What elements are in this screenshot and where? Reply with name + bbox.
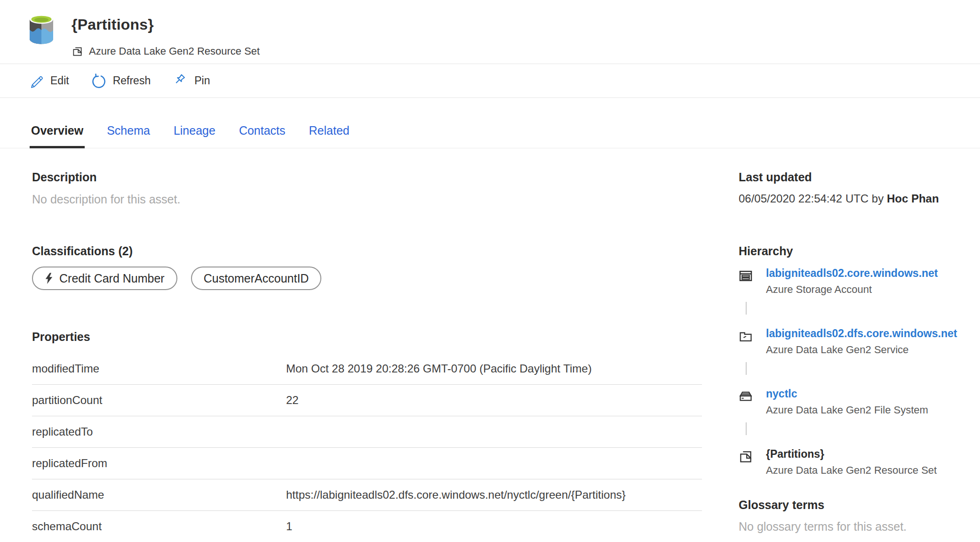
tab-overview[interactable]: Overview	[31, 124, 83, 148]
classification-list: Credit Card Number CustomerAccountID	[32, 267, 321, 290]
glossary-empty-text: No glossary terms for this asset.	[739, 520, 907, 534]
list-item: {Partitions} Azure Data Lake Gen2 Resour…	[739, 447, 969, 477]
property-value: 22	[286, 394, 702, 407]
table-row: qualifiedName https://labigniteadls02.df…	[32, 479, 702, 511]
table-row: replicatedFrom	[32, 448, 702, 479]
tab-related[interactable]: Related	[309, 124, 350, 148]
page-title: {Partitions}	[72, 16, 154, 33]
property-name: replicatedTo	[32, 425, 286, 438]
last-updated-value: 06/05/2020 22:54:42 UTC by Hoc Phan	[739, 192, 939, 205]
refresh-icon	[91, 73, 106, 89]
hierarchy-item-type: Azure Data Lake Gen2 Resource Set	[766, 464, 937, 477]
table-row: replicatedTo	[32, 416, 702, 448]
glossary-heading: Glossary terms	[739, 498, 824, 512]
property-name: schemaCount	[32, 520, 286, 533]
bolt-icon	[45, 273, 53, 284]
properties-table: modifiedTime Mon Oct 28 2019 20:28:26 GM…	[32, 353, 702, 542]
data-lake-cylinder-icon	[29, 14, 54, 44]
table-row: partitionCount 22	[32, 385, 702, 416]
hierarchy-item-type: Azure Data Lake Gen2 File System	[766, 404, 928, 416]
hierarchy-list: labigniteadls02.core.windows.net Azure S…	[739, 267, 969, 477]
classification-pill: Credit Card Number	[32, 267, 177, 290]
classification-label: Credit Card Number	[59, 272, 165, 285]
hierarchy-item-type: Azure Data Lake Gen2 Service	[766, 344, 957, 356]
list-item: nyctlc Azure Data Lake Gen2 File System	[739, 387, 969, 416]
folder-icon	[739, 327, 766, 356]
tab-contacts[interactable]: Contacts	[239, 124, 286, 148]
hierarchy-heading: Hierarchy	[739, 244, 793, 258]
property-name: qualifiedName	[32, 488, 286, 502]
command-bar: Edit Refresh Pin	[0, 64, 980, 98]
property-value: https://labigniteadls02.dfs.core.windows…	[286, 488, 702, 502]
property-value: Mon Oct 28 2019 20:28:26 GMT-0700 (Pacif…	[286, 362, 702, 375]
hierarchy-current-asset: {Partitions}	[766, 447, 937, 461]
hierarchy-link-gen2-service[interactable]: labigniteadls02.dfs.core.windows.net	[766, 327, 957, 340]
hierarchy-connector	[739, 422, 969, 447]
pin-button[interactable]: Pin	[172, 73, 210, 89]
tab-schema[interactable]: Schema	[107, 124, 150, 148]
classification-pill: CustomerAccountID	[191, 267, 322, 290]
edit-button[interactable]: Edit	[29, 74, 69, 88]
property-name: replicatedFrom	[32, 457, 286, 470]
list-item: labigniteadls02.dfs.core.windows.net Azu…	[739, 327, 969, 356]
classification-label: CustomerAccountID	[204, 272, 309, 285]
asset-type-label: Azure Data Lake Gen2 Resource Set	[89, 45, 260, 57]
properties-heading: Properties	[32, 330, 90, 344]
file-system-icon	[739, 387, 766, 416]
description-heading: Description	[32, 170, 97, 184]
property-value: 1	[286, 520, 702, 533]
asset-detail-page: {Partitions} Azure Data Lake Gen2 Resour…	[0, 0, 980, 542]
refresh-label: Refresh	[113, 74, 151, 87]
hierarchy-connector	[739, 362, 969, 387]
list-item: labigniteadls02.core.windows.net Azure S…	[739, 267, 969, 296]
asset-tabs: Overview Schema Lineage Contacts Related	[0, 98, 980, 148]
pin-icon	[172, 73, 187, 89]
last-updated-timestamp: 06/05/2020 22:54:42 UTC by	[739, 192, 884, 205]
description-empty-text: No description for this asset.	[32, 193, 180, 206]
hierarchy-connector	[739, 302, 969, 327]
tab-lineage[interactable]: Lineage	[174, 124, 215, 148]
resource-set-icon	[739, 447, 766, 477]
hierarchy-link-file-system[interactable]: nyctlc	[766, 387, 928, 400]
refresh-button[interactable]: Refresh	[91, 73, 151, 89]
table-row: modifiedTime Mon Oct 28 2019 20:28:26 GM…	[32, 353, 702, 385]
property-name: modifiedTime	[32, 362, 286, 375]
hierarchy-item-type: Azure Storage Account	[766, 283, 938, 296]
property-name: partitionCount	[32, 394, 286, 407]
storage-account-icon	[739, 267, 766, 296]
edit-label: Edit	[50, 74, 69, 87]
pin-label: Pin	[194, 74, 210, 87]
resource-set-icon	[72, 46, 83, 57]
table-row: schemaCount 1	[32, 511, 702, 542]
last-updated-author: Hoc Phan	[887, 192, 939, 205]
hierarchy-link-storage-account[interactable]: labigniteadls02.core.windows.net	[766, 267, 938, 280]
classifications-heading: Classifications (2)	[32, 244, 133, 258]
last-updated-heading: Last updated	[739, 170, 812, 184]
pencil-icon	[29, 74, 43, 88]
